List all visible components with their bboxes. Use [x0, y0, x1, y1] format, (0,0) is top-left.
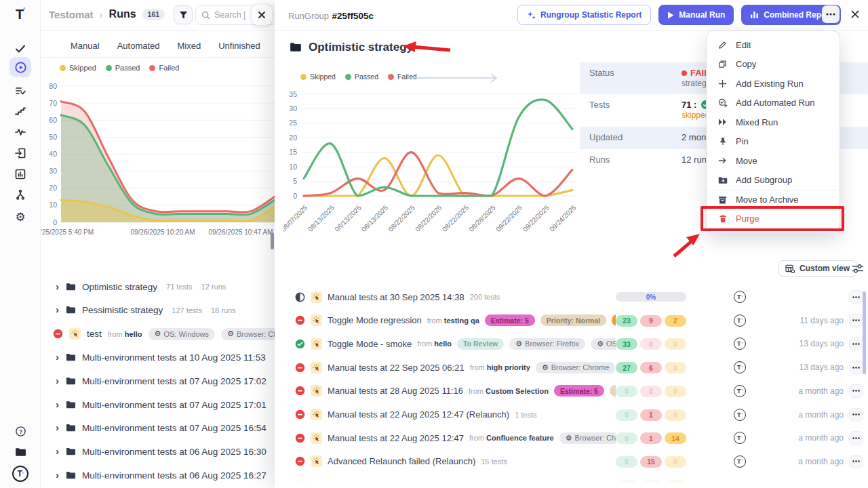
view-sliders-icon[interactable] [852, 263, 864, 274]
test-plans-icon[interactable] [0, 83, 41, 99]
left-list-folder-row[interactable]: ›Multi-environment tests at 06 Aug 2025 … [41, 467, 312, 483]
menu-item-mixed-run[interactable]: Mixed Run [707, 113, 840, 132]
import-run-icon[interactable] [0, 145, 41, 161]
run-row[interactable]: Manual tests at 22 Aug 2025 12:47from Co… [275, 430, 868, 445]
run-more-button[interactable] [849, 337, 863, 350]
svg-text:08/07/2025: 08/07/2025 [283, 203, 309, 232]
left-list-folder-row[interactable]: ›Multi-environment tests at 06 Aug 2025 … [41, 444, 312, 460]
legend-item-passed[interactable]: Passed [345, 73, 378, 81]
menu-item-pin[interactable]: Pin [707, 132, 840, 152]
menu-item-copy[interactable]: Copy [707, 55, 840, 75]
svg-text:08/13/2025: 08/13/2025 [360, 203, 389, 232]
skipped-count: 0 [665, 362, 686, 373]
chevron-right-icon[interactable]: › [56, 399, 59, 410]
legend-item-failed[interactable]: Failed [149, 64, 179, 72]
archive-icon [717, 196, 728, 204]
run-row[interactable]: Manual tests at 22 Sep 2025 06:21from hi… [275, 360, 868, 375]
filter-button[interactable] [174, 5, 193, 24]
left-list-run-row[interactable]: testfrom hello⚙OS: Windows⚙Browser: Chro… [41, 326, 312, 342]
failed-count: 6 [640, 362, 662, 373]
run-more-button[interactable] [849, 384, 863, 398]
svg-text:20: 20 [289, 134, 297, 142]
chevron-right-icon[interactable]: › [56, 351, 59, 363]
rungroup-statistic-report-button[interactable]: Rungroup Statistic Report [517, 5, 651, 25]
ellipsis-icon [852, 367, 860, 369]
manual-run-button[interactable]: Manual Run [658, 5, 734, 25]
manual-test-icon [311, 455, 322, 467]
run-row[interactable]: Toggle Mode regressionfrom testing qaEst… [275, 313, 868, 328]
milestones-steps-icon[interactable] [0, 103, 41, 119]
menu-item-add-subgroup[interactable]: Add Subgroup [707, 171, 840, 190]
legend-item-skipped[interactable]: Skipped [60, 64, 96, 72]
left-list-folder-row[interactable]: ›Multi-environment tests at 07 Aug 2025 … [41, 373, 312, 389]
chevron-right-icon[interactable]: › [56, 375, 59, 386]
run-more-button[interactable] [849, 361, 863, 374]
run-row[interactable]: Manual tests at 28 Aug 2025 11:16from Cu… [275, 384, 868, 399]
tab-automated[interactable]: Automated [117, 41, 160, 51]
chevron-right-icon[interactable]: › [56, 469, 59, 481]
run-more-button[interactable] [849, 455, 863, 468]
panel-scrollbar[interactable] [863, 291, 866, 374]
overview-chart-legend: SkippedPassedFailed [60, 64, 179, 72]
menu-item-move[interactable]: Move [707, 151, 840, 171]
chevron-right-icon[interactable]: › [56, 445, 59, 457]
panel-more-button[interactable] [822, 5, 840, 23]
tab-unfinished[interactable]: Unfinished [218, 41, 260, 51]
run-more-button[interactable] [849, 431, 863, 445]
analytics-icon[interactable] [0, 166, 41, 182]
profile-avatar-icon[interactable]: T' [0, 465, 41, 483]
run-row[interactable]: Advanced Relaunch failed (Relaunch)15 te… [275, 454, 868, 469]
skipped-count: 0 [665, 386, 686, 397]
breadcrumb-app[interactable]: Testomat [49, 9, 94, 20]
passed-count: 27 [616, 362, 637, 373]
pencil-icon [717, 41, 728, 49]
tab-manual[interactable]: Manual [71, 41, 100, 51]
gear-icon: ⚙ [542, 363, 549, 372]
ellipsis-icon [852, 413, 860, 415]
legend-item-skipped[interactable]: Skipped [300, 73, 336, 81]
run-more-button[interactable] [849, 314, 863, 327]
svg-text:09/22/2025: 09/22/2025 [521, 203, 551, 232]
search-clear-button[interactable] [252, 5, 272, 25]
chevron-right-icon[interactable]: › [56, 281, 59, 292]
run-more-button[interactable] [849, 408, 863, 422]
menu-item-edit[interactable]: Edit [707, 35, 840, 55]
svg-text:30: 30 [289, 104, 297, 113]
failed-count: 0 [640, 338, 662, 350]
legend-item-passed[interactable]: Passed [106, 64, 140, 72]
chevron-right-icon[interactable]: › [56, 422, 59, 433]
pulse-activity-icon[interactable] [0, 124, 41, 140]
tabs-divider [41, 57, 275, 58]
settings-gear-icon[interactable]: ⚙ [0, 209, 41, 225]
runs-overview-chart: 01020304050607080'25/2025 5:40 PM09/26/2… [41, 60, 275, 248]
run-row[interactable]: Manual tests at 22 Aug 2025 12:47 (Relau… [275, 407, 868, 422]
branch-icon[interactable] [0, 187, 41, 203]
tests-check-icon[interactable] [0, 41, 41, 57]
left-list-folder-row[interactable]: ›Optimistic strategy71 tests12 runs [41, 279, 312, 295]
chevron-right-icon[interactable]: › [56, 304, 59, 315]
check-plus-icon [717, 98, 728, 108]
left-column-scrollbar[interactable] [271, 232, 274, 249]
runs-play-icon[interactable] [0, 59, 41, 75]
projects-folder-icon[interactable] [0, 444, 41, 460]
failed-count: 1 [640, 432, 662, 444]
ellipsis-icon [852, 390, 860, 392]
menu-item-add-existing-run[interactable]: Add Existing Run [707, 74, 840, 94]
left-list-folder-row[interactable]: ›Pessimistic strategy127 tests18 runs [41, 302, 312, 319]
manual-test-icon [311, 291, 322, 303]
testomat-logo-icon[interactable]: T' [0, 5, 41, 23]
help-icon[interactable]: ? [0, 423, 41, 439]
left-list-folder-row[interactable]: ›Multi-environment tests at 07 Aug 2025 … [41, 420, 312, 436]
run-row[interactable]: Toggle Mode - smokefrom helloTo Review⚙B… [275, 336, 868, 351]
run-row[interactable]: Manual tests at 30 Sep 2025 14:38200 tes… [275, 289, 868, 304]
run-more-button[interactable] [849, 290, 863, 304]
breadcrumb: Testomat › Runs 161 [49, 8, 165, 20]
panel-close-button[interactable] [850, 9, 860, 19]
left-list-folder-row[interactable]: ›Multi-environment tests at 07 Aug 2025 … [41, 396, 312, 413]
custom-view-button[interactable]: Custom view [778, 260, 857, 277]
skipped-count: 0 [665, 338, 686, 350]
left-list-folder-row[interactable]: ›Multi-environment tests at 10 Aug 2025 … [41, 349, 312, 365]
menu-item-add-automated-run[interactable]: Add Automated Run [707, 94, 840, 113]
svg-text:08/13/2025: 08/13/2025 [307, 203, 336, 232]
tab-mixed[interactable]: Mixed [178, 41, 201, 51]
